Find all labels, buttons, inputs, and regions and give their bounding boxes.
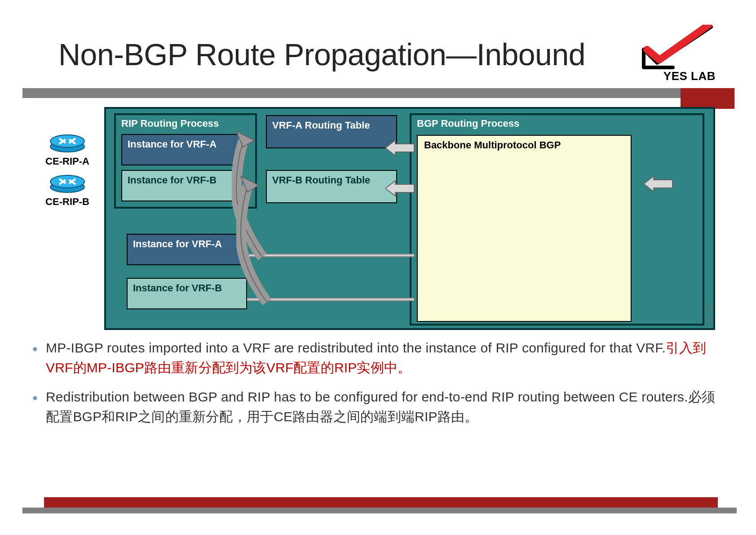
bgp-process-label: BGP Routing Process xyxy=(417,118,697,129)
bottom-divider-red xyxy=(44,497,718,508)
svg-point-1 xyxy=(50,135,84,147)
instance-vrf-b-box: Instance for VRF-B xyxy=(121,170,242,201)
bottom-instance-vrf-a: Instance for VRF-A xyxy=(127,234,247,265)
logo-text: YES LAB xyxy=(663,69,716,83)
bgp-inner-box: Backbone Multiprotocol BGP xyxy=(417,135,632,322)
bottom-divider-grey xyxy=(22,508,737,513)
vrf-b-routing-table-box: VRF-B Routing Table xyxy=(266,170,397,203)
bullet-list: MP-IBGP routes imported into a VRF are r… xyxy=(27,338,728,436)
bottom-instance-vrf-b: Instance for VRF-B xyxy=(127,278,247,309)
yes-lab-logo: YES LAB xyxy=(621,31,716,85)
top-divider-red xyxy=(681,88,734,109)
bullet-2: Redistribution between BGP and RIP has t… xyxy=(27,387,728,426)
router-list: CE-RIP-A CE-RIP-B xyxy=(40,130,94,211)
bullet-1: MP-IBGP routes imported into a VRF are r… xyxy=(27,338,728,377)
svg-point-3 xyxy=(50,175,84,188)
rip-process-box: RIP Routing Process Instance for VRF-A I… xyxy=(114,113,257,209)
router-icon xyxy=(49,130,85,153)
svg-marker-6 xyxy=(644,176,672,192)
arrow-left-icon xyxy=(385,179,415,198)
arrow-left-icon xyxy=(385,138,415,157)
svg-marker-5 xyxy=(385,181,414,196)
bullet-2-en: Redistribution between BGP and RIP has t… xyxy=(46,389,688,404)
connector-line xyxy=(247,254,414,257)
top-divider-grey xyxy=(22,88,683,98)
vrf-a-routing-table-box: VRF-A Routing Table xyxy=(266,115,397,148)
router-ce-rip-a: CE-RIP-A xyxy=(40,130,94,167)
diagram-code: 020G_769 xyxy=(707,305,712,326)
rip-process-label: RIP Routing Process xyxy=(121,118,250,129)
router-label: CE-RIP-B xyxy=(40,196,94,208)
bullet-1-en: MP-IBGP routes imported into a VRF are r… xyxy=(46,340,666,355)
router-ce-rip-b: CE-RIP-B xyxy=(40,171,94,208)
bgp-process-box: BGP Routing Process Backbone Multiprotoc… xyxy=(410,113,704,325)
arrow-left-icon xyxy=(644,174,673,193)
router-label: CE-RIP-A xyxy=(40,156,94,167)
connector-line xyxy=(247,298,414,301)
checkmark-icon xyxy=(641,25,718,74)
instance-vrf-a-box: Instance for VRF-A xyxy=(121,134,242,165)
slide-title: Non-BGP Route Propagation—Inbound xyxy=(58,37,585,72)
svg-marker-4 xyxy=(385,140,414,156)
router-icon xyxy=(49,171,85,193)
slide: Non-BGP Route Propagation—Inbound YES LA… xyxy=(0,0,756,535)
diagram-container: RIP Routing Process Instance for VRF-A I… xyxy=(104,107,715,330)
